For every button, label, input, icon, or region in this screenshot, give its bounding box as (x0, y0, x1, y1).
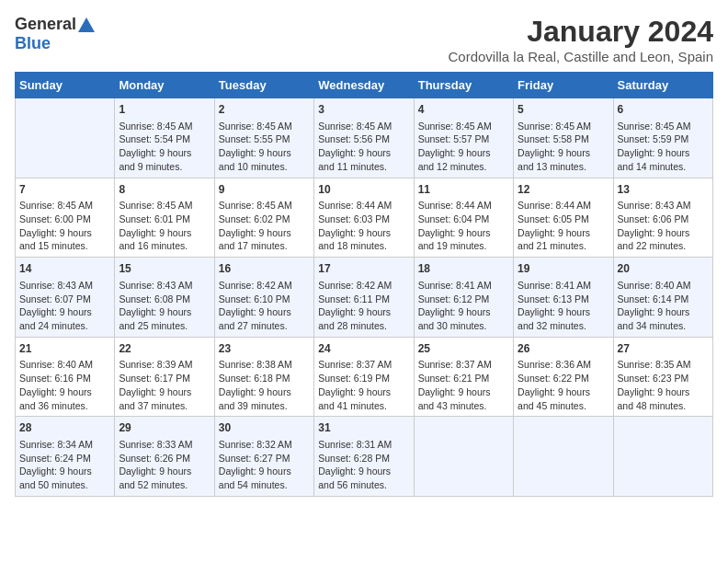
day-number: 18 (418, 261, 509, 277)
calendar-cell: 25Sunrise: 8:37 AMSunset: 6:21 PMDayligh… (414, 337, 513, 417)
cell-info-line: Sunrise: 8:40 AM (618, 279, 709, 293)
day-number: 5 (518, 102, 609, 118)
cell-info-line: Sunrise: 8:44 AM (318, 199, 409, 213)
cell-info-line: Daylight: 9 hours (618, 226, 709, 240)
cell-info-line: Sunrise: 8:44 AM (418, 199, 509, 213)
cell-info-line: Daylight: 9 hours (219, 305, 310, 319)
cell-info-line: Sunset: 5:59 PM (618, 132, 709, 146)
day-number: 19 (518, 261, 609, 277)
cell-info-line: and 21 minutes. (518, 239, 609, 253)
day-number: 27 (618, 341, 709, 357)
cell-info-line: and 25 minutes. (119, 319, 210, 333)
day-number: 4 (418, 102, 509, 118)
day-number: 17 (318, 261, 409, 277)
day-number: 26 (518, 341, 609, 357)
header-wednesday: Wednesday (314, 73, 414, 98)
header-tuesday: Tuesday (214, 73, 313, 98)
cell-info-line: Sunrise: 8:44 AM (518, 199, 609, 213)
week-row-5: 28Sunrise: 8:34 AMSunset: 6:24 PMDayligh… (16, 417, 713, 497)
cell-info-line: and 12 minutes. (418, 160, 509, 174)
calendar-cell: 23Sunrise: 8:38 AMSunset: 6:18 PMDayligh… (214, 337, 313, 417)
cell-info-line: Sunset: 6:24 PM (19, 452, 110, 465)
day-number: 22 (119, 341, 210, 357)
cell-info-line: and 19 minutes. (418, 239, 509, 253)
cell-info-line: Daylight: 9 hours (518, 226, 609, 240)
cell-info-line: Daylight: 9 hours (418, 226, 509, 240)
cell-info-line: Daylight: 9 hours (219, 226, 310, 240)
day-number: 6 (618, 102, 709, 118)
cell-info-line: Sunset: 5:57 PM (418, 132, 509, 146)
calendar-cell (16, 98, 115, 178)
cell-info-line: Sunrise: 8:45 AM (418, 120, 509, 133)
cell-info-line: Sunrise: 8:43 AM (119, 279, 210, 293)
day-number: 15 (119, 261, 210, 277)
calendar-cell: 4Sunrise: 8:45 AMSunset: 5:57 PMDaylight… (414, 98, 513, 178)
cell-info-line: Sunset: 6:11 PM (318, 293, 409, 306)
cell-info-line: Daylight: 9 hours (518, 305, 609, 319)
calendar-cell: 2Sunrise: 8:45 AMSunset: 5:55 PMDaylight… (214, 98, 313, 178)
header-thursday: Thursday (414, 73, 513, 98)
week-row-1: 1Sunrise: 8:45 AMSunset: 5:54 PMDaylight… (16, 98, 713, 178)
cell-info-line: Sunrise: 8:45 AM (19, 199, 110, 213)
cell-info-line: Daylight: 9 hours (119, 226, 210, 240)
logo: General Blue (15, 15, 97, 53)
calendar-cell: 5Sunrise: 8:45 AMSunset: 5:58 PMDaylight… (514, 98, 613, 178)
cell-info-line: Daylight: 9 hours (318, 305, 409, 319)
cell-info-line: Sunset: 6:03 PM (318, 213, 409, 226)
calendar-cell: 17Sunrise: 8:42 AMSunset: 6:11 PMDayligh… (314, 258, 414, 338)
cell-info-line: Sunset: 6:27 PM (219, 452, 310, 465)
cell-info-line: and 43 minutes. (418, 399, 509, 413)
cell-info-line: and 34 minutes. (618, 319, 709, 333)
cell-info-line: Sunrise: 8:43 AM (19, 279, 110, 293)
cell-info-line: Sunset: 6:00 PM (19, 213, 110, 226)
cell-info-line: Daylight: 9 hours (219, 465, 310, 478)
cell-info-line: Daylight: 9 hours (219, 385, 310, 399)
cell-info-line: Daylight: 9 hours (418, 146, 509, 160)
cell-info-line: Sunset: 5:58 PM (518, 132, 609, 146)
cell-info-line: Sunrise: 8:38 AM (219, 358, 310, 372)
cell-info-line: Daylight: 9 hours (618, 385, 709, 399)
cell-info-line: Daylight: 9 hours (418, 385, 509, 399)
cell-info-line: Sunset: 6:08 PM (119, 293, 210, 306)
cell-info-line: Sunrise: 8:42 AM (318, 279, 409, 293)
cell-info-line: Sunset: 6:05 PM (518, 213, 609, 226)
page-title: January 2024 (448, 15, 713, 49)
cell-info-line: Daylight: 9 hours (219, 146, 310, 160)
calendar-cell: 6Sunrise: 8:45 AMSunset: 5:59 PMDaylight… (613, 98, 712, 178)
cell-info-line: Sunrise: 8:45 AM (119, 199, 210, 213)
cell-info-line: and 36 minutes. (19, 399, 110, 413)
cell-info-line: Sunset: 6:12 PM (418, 293, 509, 306)
cell-info-line: Sunrise: 8:36 AM (518, 358, 609, 372)
cell-info-line: and 32 minutes. (518, 319, 609, 333)
day-number: 3 (318, 102, 409, 118)
cell-info-line: and 14 minutes. (618, 160, 709, 174)
calendar-cell: 1Sunrise: 8:45 AMSunset: 5:54 PMDaylight… (115, 98, 214, 178)
calendar-table: SundayMondayTuesdayWednesdayThursdayFrid… (15, 72, 713, 497)
cell-info-line: Sunrise: 8:45 AM (518, 120, 609, 133)
cell-info-line: Sunset: 5:56 PM (318, 132, 409, 146)
cell-info-line: Sunset: 6:10 PM (219, 293, 310, 306)
calendar-cell: 3Sunrise: 8:45 AMSunset: 5:56 PMDaylight… (314, 98, 414, 178)
calendar-cell: 10Sunrise: 8:44 AMSunset: 6:03 PMDayligh… (314, 178, 414, 258)
cell-info-line: and 41 minutes. (318, 399, 409, 413)
header-saturday: Saturday (613, 73, 712, 98)
header-sunday: Sunday (16, 73, 115, 98)
cell-info-line: and 27 minutes. (219, 319, 310, 333)
calendar-cell: 24Sunrise: 8:37 AMSunset: 6:19 PMDayligh… (314, 337, 414, 417)
cell-info-line: Sunrise: 8:35 AM (618, 358, 709, 372)
week-row-4: 21Sunrise: 8:40 AMSunset: 6:16 PMDayligh… (16, 337, 713, 417)
cell-info-line: Sunset: 6:19 PM (318, 372, 409, 385)
cell-info-line: Sunrise: 8:39 AM (119, 358, 210, 372)
cell-info-line: Sunrise: 8:33 AM (119, 438, 210, 452)
cell-info-line: and 28 minutes. (318, 319, 409, 333)
cell-info-line: and 15 minutes. (19, 239, 110, 253)
cell-info-line: Sunrise: 8:45 AM (618, 120, 709, 133)
calendar-cell: 16Sunrise: 8:42 AMSunset: 6:10 PMDayligh… (214, 258, 313, 338)
day-number: 9 (219, 182, 310, 198)
cell-info-line: and 39 minutes. (219, 399, 310, 413)
day-number: 10 (318, 182, 409, 198)
cell-info-line: Daylight: 9 hours (318, 226, 409, 240)
cell-info-line: Sunset: 6:22 PM (518, 372, 609, 385)
cell-info-line: Daylight: 9 hours (119, 305, 210, 319)
day-number: 25 (418, 341, 509, 357)
